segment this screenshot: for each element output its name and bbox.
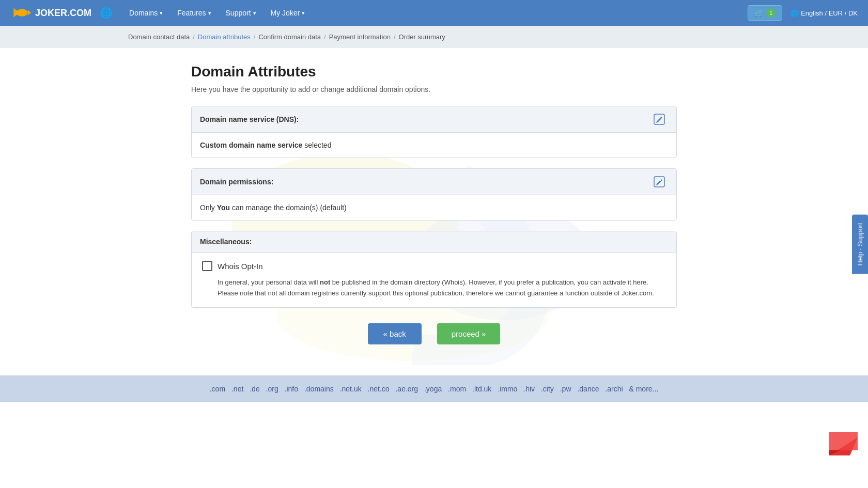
page-subtitle: Here you have the opportunity to add or … bbox=[191, 85, 677, 93]
permissions-section: Domain permissions: Only You can manage … bbox=[191, 168, 677, 221]
edit-icon bbox=[654, 114, 665, 125]
misc-section-body: Whois Opt-In In general, your personal d… bbox=[192, 253, 676, 307]
dns-section-header: Domain name service (DNS): bbox=[192, 106, 676, 133]
tld-city[interactable]: .city bbox=[541, 385, 554, 393]
permissions-suffix: can manage the domain(s) (default) bbox=[230, 203, 347, 212]
support-caret: ▾ bbox=[253, 10, 256, 17]
breadcrumb: Domain contact data / Domain attributes … bbox=[0, 26, 868, 48]
navbar: JOKER.COM 🌐 Domains ▾ Features ▾ Support… bbox=[0, 0, 868, 26]
nav-features[interactable]: Features ▾ bbox=[171, 5, 217, 21]
breadcrumb-step-4[interactable]: Payment information bbox=[329, 33, 391, 41]
tld-info[interactable]: .info bbox=[285, 385, 298, 393]
permissions-bold: You bbox=[217, 203, 230, 212]
globe-icon: 🌐 bbox=[100, 7, 113, 19]
tld-net[interactable]: .net bbox=[231, 385, 243, 393]
whois-desc-part1: In general, your personal data will bbox=[218, 278, 320, 286]
nav-myjoker[interactable]: My Joker ▾ bbox=[265, 5, 312, 21]
cart-count: 1 bbox=[766, 8, 776, 18]
brand-name: JOKER.COM bbox=[35, 8, 91, 19]
tld-com[interactable]: .com bbox=[210, 385, 225, 393]
language-selector[interactable]: 🌐 English / EUR / DK bbox=[791, 9, 858, 17]
help-support-sidebar[interactable]: Help · Support bbox=[852, 214, 868, 274]
myjoker-caret: ▾ bbox=[302, 10, 305, 17]
tld-ltd-uk[interactable]: .ltd.uk bbox=[472, 385, 491, 393]
misc-section-title: Miscellaneous: bbox=[200, 238, 252, 246]
cart-button[interactable]: 🛒 1 bbox=[748, 5, 782, 21]
tld-immo[interactable]: .immo bbox=[498, 385, 517, 393]
lang-label: English / EUR / DK bbox=[801, 9, 858, 17]
breadcrumb-step-2[interactable]: Domain attributes bbox=[198, 33, 251, 41]
svg-marker-1 bbox=[13, 8, 19, 18]
tld-more[interactable]: & more... bbox=[629, 385, 658, 393]
svg-marker-2 bbox=[28, 10, 31, 15]
tld-archi[interactable]: .archi bbox=[605, 385, 623, 393]
cart-icon: 🛒 bbox=[754, 9, 763, 17]
dns-section: Domain name service (DNS): Custom domain… bbox=[191, 106, 677, 158]
dns-content-bold: Custom domain name service bbox=[200, 141, 302, 149]
footer-tld-bar: .com .net .de .org .info .domains .net.u… bbox=[0, 375, 868, 402]
main-content: Domain Attributes Here you have the oppo… bbox=[181, 48, 687, 365]
tld-pw[interactable]: .pw bbox=[560, 385, 571, 393]
back-button[interactable]: « back bbox=[368, 323, 422, 344]
breadcrumb-step-3[interactable]: Confirm domain data bbox=[258, 33, 321, 41]
tld-dance[interactable]: .dance bbox=[577, 385, 599, 393]
help-support-label: Help · Support bbox=[856, 223, 864, 265]
tld-net-co[interactable]: .net.co bbox=[368, 385, 390, 393]
tld-org[interactable]: .org bbox=[266, 385, 278, 393]
proceed-button[interactable]: proceed » bbox=[437, 323, 501, 344]
tld-yoga[interactable]: .yoga bbox=[424, 385, 442, 393]
breadcrumb-step-5[interactable]: Order summary bbox=[399, 33, 445, 41]
permissions-edit-button[interactable] bbox=[650, 175, 668, 188]
misc-section-header: Miscellaneous: bbox=[192, 231, 676, 253]
whois-checkbox[interactable] bbox=[202, 261, 212, 271]
dns-section-body: Custom domain name service selected bbox=[192, 133, 676, 158]
tld-ae-org[interactable]: .ae.org bbox=[395, 385, 418, 393]
dns-content-normal: selected bbox=[302, 141, 331, 149]
joker-fish-icon bbox=[10, 6, 31, 20]
permissions-section-header: Domain permissions: bbox=[192, 169, 676, 195]
edit-permissions-icon bbox=[654, 176, 665, 187]
dns-section-title: Domain name service (DNS): bbox=[200, 115, 299, 123]
whois-desc-bold: not bbox=[320, 278, 330, 286]
action-buttons: « back proceed » bbox=[191, 323, 677, 344]
nav-support[interactable]: Support ▾ bbox=[220, 5, 262, 21]
nav-links: Domains ▾ Features ▾ Support ▾ My Joker … bbox=[123, 5, 311, 21]
features-caret: ▾ bbox=[208, 10, 211, 17]
lang-icon: 🌐 bbox=[791, 9, 799, 17]
whois-description: In general, your personal data will not … bbox=[218, 277, 666, 299]
misc-section: Miscellaneous: Whois Opt-In In general, … bbox=[191, 231, 677, 308]
permissions-section-body: Only You can manage the domain(s) (defau… bbox=[192, 195, 676, 220]
page-title: Domain Attributes bbox=[191, 64, 677, 80]
whois-label: Whois Opt-In bbox=[218, 262, 263, 271]
tld-mom[interactable]: .mom bbox=[448, 385, 466, 393]
tld-hiv[interactable]: .hiv bbox=[523, 385, 535, 393]
domains-caret: ▾ bbox=[160, 10, 163, 17]
permissions-prefix: Only bbox=[200, 203, 217, 212]
brand-logo[interactable]: JOKER.COM bbox=[10, 6, 91, 20]
permissions-section-title: Domain permissions: bbox=[200, 178, 273, 186]
whois-optin-row: Whois Opt-In bbox=[202, 261, 666, 271]
breadcrumb-step-1[interactable]: Domain contact data bbox=[128, 33, 190, 41]
tld-domains[interactable]: .domains bbox=[304, 385, 334, 393]
dns-edit-button[interactable] bbox=[650, 113, 668, 126]
tld-de[interactable]: .de bbox=[250, 385, 259, 393]
navbar-right: 🛒 1 🌐 English / EUR / DK bbox=[748, 5, 858, 21]
tld-net-uk[interactable]: .net.uk bbox=[340, 385, 362, 393]
nav-domains[interactable]: Domains ▾ bbox=[123, 5, 169, 21]
